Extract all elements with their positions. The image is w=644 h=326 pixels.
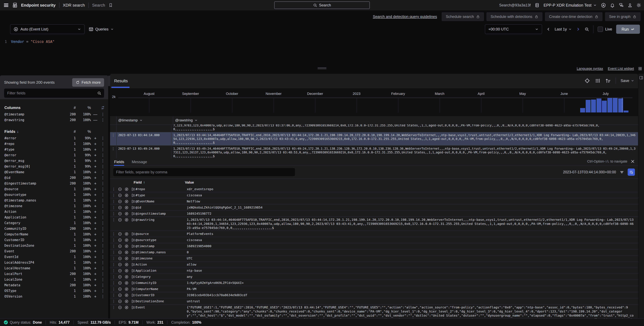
group-by-icon[interactable] — [131, 299, 135, 303]
notifications-bell-icon[interactable] — [610, 3, 615, 7]
field-row[interactable]: @error_msg[0]199%+⋮ — [0, 164, 108, 169]
filter-not-equal-icon[interactable] — [124, 205, 128, 210]
histogram-bar[interactable] — [586, 100, 590, 112]
detail-field-row[interactable]: ⋮Event{"FUTURE_USE1":1,"FUTURE_USE2":281… — [110, 305, 638, 319]
filter-not-equal-icon[interactable] — [124, 218, 128, 222]
field-menu-kebab-icon[interactable]: ⋮ — [100, 260, 106, 265]
field-row[interactable]: LocalHostname1100%+⋮ — [0, 265, 108, 271]
panel-toggle-icon[interactable] — [639, 76, 643, 80]
field-menu-kebab-icon[interactable]: ⋮ — [100, 283, 106, 287]
row-menu-kebab-icon[interactable]: ⋮ — [112, 199, 116, 203]
filter-not-equal-icon[interactable] — [124, 256, 128, 261]
field-menu-kebab-icon[interactable]: ⋮ — [100, 192, 106, 197]
field-row[interactable]: @id200100%+⋮ — [0, 175, 108, 180]
histogram-bar[interactable] — [596, 98, 602, 112]
tab-message[interactable]: Message — [132, 160, 147, 164]
field-menu-kebab-icon[interactable]: ⋮ — [100, 232, 106, 236]
field-row[interactable]: CommunityID200100%+⋮ — [0, 226, 108, 231]
filter-exclude-icon[interactable] — [118, 199, 122, 203]
live-checkbox[interactable] — [598, 26, 603, 32]
row-menu-kebab-icon[interactable]: ⋮ — [112, 306, 116, 310]
detail-field-row[interactable]: ⋮DestinationZoneuntrust — [110, 298, 638, 305]
row-menu-kebab-icon[interactable]: ⋮ — [112, 275, 116, 279]
add-field-button[interactable]: + — [91, 283, 100, 288]
event-menu-kebab-icon[interactable]: ⋮ — [112, 124, 115, 132]
add-field-button[interactable]: + — [91, 198, 100, 203]
panel-resize-handle[interactable] — [318, 68, 326, 69]
add-field-button[interactable]: + — [91, 272, 100, 276]
filter-exclude-icon[interactable] — [118, 250, 122, 254]
group-by-icon[interactable] — [131, 281, 135, 285]
sync-columns-icon[interactable] — [101, 106, 105, 110]
detail-field-row[interactable]: ⋮#repoxdr_eventsrepo — [110, 186, 638, 192]
detail-field-row[interactable]: ⋮@sourcePlatformEvents — [110, 231, 638, 237]
widget-grid-icon[interactable] — [638, 67, 642, 71]
filter-exclude-icon[interactable] — [118, 212, 122, 216]
field-row[interactable]: EventId1100%+⋮ — [0, 254, 108, 260]
endpoint-security-app-icon[interactable] — [12, 2, 18, 8]
add-field-button[interactable]: + — [91, 289, 100, 293]
field-row[interactable]: @ingesttimestamp200100%+⋮ — [0, 180, 108, 186]
group-by-icon[interactable] — [131, 238, 135, 242]
bookmark-icon[interactable] — [108, 3, 113, 7]
add-field-button[interactable]: + — [91, 266, 100, 271]
add-field-button[interactable]: + — [91, 147, 100, 152]
detail-field-row[interactable]: ⋮Actionallow — [110, 262, 638, 268]
add-field-button[interactable]: + — [91, 209, 100, 214]
field-menu-kebab-icon[interactable]: ⋮ — [100, 181, 106, 186]
data-connector-icon[interactable] — [535, 3, 540, 7]
action-button[interactable]: Schedule search — [442, 12, 484, 21]
field-menu-kebab-icon[interactable]: ⋮ — [100, 164, 106, 169]
action-button[interactable]: See in graph — [605, 12, 640, 21]
view-selector-dropdown[interactable]: Auto (Event List) — [10, 24, 84, 34]
group-by-icon[interactable] — [131, 256, 135, 261]
field-menu-kebab-icon[interactable]: ⋮ — [100, 209, 106, 214]
tab-fields[interactable]: Fields — [114, 160, 124, 164]
detail-filter-input[interactable] — [113, 168, 295, 176]
field-menu-kebab-icon[interactable]: ⋮ — [100, 289, 106, 293]
field-row[interactable]: @error199%+⋮ — [0, 152, 108, 158]
detail-field-row[interactable]: ⋮#typeciscoasa — [110, 192, 638, 198]
add-field-button[interactable]: + — [91, 260, 100, 265]
wrap-text-toggle-button[interactable] — [628, 168, 635, 176]
add-field-button[interactable]: + — [91, 175, 100, 180]
add-field-button[interactable]: + — [91, 232, 100, 237]
event-row[interactable]: ⋮2023-07-13 03:37:39.0001,2023/07/13 03:… — [110, 124, 638, 132]
group-by-icon[interactable] — [131, 306, 135, 310]
detail-field-row[interactable]: ⋮@timestamp1689219854000 — [110, 243, 638, 249]
detail-field-row[interactable]: ⋮CustomerID31981ceb493b41ccb70a8634e9d03… — [110, 292, 638, 298]
filter-exclude-icon[interactable] — [118, 187, 122, 191]
field-menu-kebab-icon[interactable]: ⋮ — [100, 243, 106, 248]
row-menu-kebab-icon[interactable]: ⋮ — [112, 281, 116, 285]
field-row[interactable]: @error_msg199%+⋮ — [0, 158, 108, 164]
filter-not-equal-icon[interactable] — [124, 212, 128, 216]
field-menu-kebab-icon[interactable]: ⋮ — [100, 198, 106, 203]
detail-field-row[interactable]: ⋮Categoryany — [110, 274, 638, 280]
field-row[interactable]: LocalPort200100%+⋮ — [0, 271, 108, 277]
row-menu-kebab-icon[interactable]: ⋮ — [112, 238, 116, 242]
close-icon[interactable] — [630, 159, 635, 164]
row-menu-kebab-icon[interactable]: ⋮ — [112, 187, 116, 191]
add-field-button[interactable]: + — [91, 243, 100, 248]
field-row[interactable]: Category1100%+⋮ — [0, 220, 108, 226]
theme-sun-icon[interactable] — [636, 3, 641, 7]
breadcrumb-product[interactable]: Endpoint security — [21, 3, 56, 8]
field-row[interactable]: Metadata200100%+⋮ — [0, 282, 108, 288]
add-field-button[interactable]: + — [91, 226, 100, 231]
field-row[interactable]: #repo1100%+⋮ — [0, 141, 108, 147]
field-row[interactable]: Application1100%+⋮ — [0, 214, 108, 220]
add-field-button[interactable]: + — [91, 142, 100, 146]
timestamp-column-header[interactable]: @timestamp — [117, 116, 173, 124]
filter-exclude-icon[interactable] — [118, 238, 122, 242]
event-menu-kebab-icon[interactable]: ⋮ — [112, 147, 115, 158]
field-row[interactable]: @EventName1100%+⋮ — [0, 169, 108, 175]
field-row[interactable]: LocalZone1100%+⋮ — [0, 277, 108, 282]
sort-ascending-icon[interactable] — [605, 78, 611, 84]
group-by-icon[interactable] — [131, 293, 135, 297]
group-by-icon[interactable] — [131, 199, 135, 203]
field-menu-kebab-icon[interactable]: ⋮ — [100, 221, 106, 225]
add-field-button[interactable]: + — [91, 181, 100, 186]
filter-not-equal-icon[interactable] — [124, 232, 128, 236]
row-menu-kebab-icon[interactable]: ⋮ — [112, 244, 116, 248]
field-row[interactable]: @timestamp.nanos1100%+⋮ — [0, 197, 108, 203]
